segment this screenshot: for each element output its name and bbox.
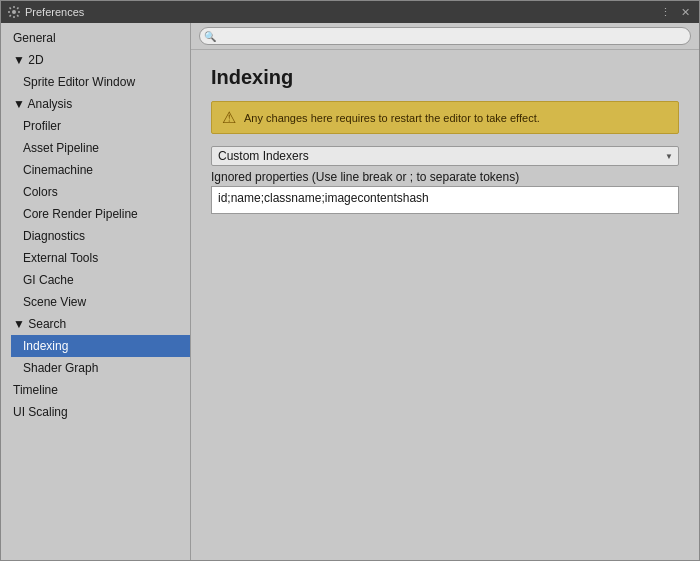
sidebar-item-core-render-pipeline[interactable]: Core Render Pipeline (11, 203, 190, 225)
warning-icon: ⚠ (222, 108, 236, 127)
sidebar-item-gi-cache[interactable]: GI Cache (11, 269, 190, 291)
ignored-properties-input[interactable] (211, 186, 679, 214)
sidebar-item-scene-view[interactable]: Scene View (11, 291, 190, 313)
svg-point-0 (12, 10, 16, 14)
sidebar-item-diagnostics[interactable]: Diagnostics (11, 225, 190, 247)
sidebar-item-2d[interactable]: ▼ 2D (1, 49, 190, 71)
sidebar-item-indexing[interactable]: Indexing (11, 335, 190, 357)
sidebar-item-cinemachine[interactable]: Cinemachine (11, 159, 190, 181)
sidebar-item-sprite-editor-window[interactable]: Sprite Editor Window (11, 71, 190, 93)
warning-box: ⚠ Any changes here requires to restart t… (211, 101, 679, 134)
gear-icon (7, 5, 21, 19)
warning-text: Any changes here requires to restart the… (244, 112, 540, 124)
more-button[interactable]: ⋮ (657, 4, 673, 20)
content-area: Indexing ⚠ Any changes here requires to … (191, 50, 699, 560)
search-icon: 🔍 (204, 31, 216, 42)
custom-indexers-dropdown[interactable]: Custom Indexers (211, 146, 679, 166)
search-input-wrapper: 🔍 (199, 27, 691, 45)
title-bar: Preferences ⋮ ✕ (1, 1, 699, 23)
ignored-properties-label: Ignored properties (Use line break or ; … (211, 170, 679, 184)
sidebar-item-ui-scaling[interactable]: UI Scaling (1, 401, 190, 423)
title-bar-left: Preferences (7, 5, 84, 19)
sidebar-item-profiler[interactable]: Profiler (11, 115, 190, 137)
sidebar-item-asset-pipeline[interactable]: Asset Pipeline (11, 137, 190, 159)
page-title: Indexing (211, 66, 679, 89)
preferences-window: Preferences ⋮ ✕ General▼ 2DSprite Editor… (0, 0, 700, 561)
search-input[interactable] (199, 27, 691, 45)
window-title: Preferences (25, 6, 84, 18)
sidebar-item-external-tools[interactable]: External Tools (11, 247, 190, 269)
sidebar-item-search[interactable]: ▼ Search (1, 313, 190, 335)
search-bar: 🔍 (191, 23, 699, 50)
sidebar-item-colors[interactable]: Colors (11, 181, 190, 203)
sidebar-item-analysis[interactable]: ▼ Analysis (1, 93, 190, 115)
close-button[interactable]: ✕ (677, 4, 693, 20)
main-content: 🔍 Indexing ⚠ Any changes here requires t… (191, 23, 699, 560)
window-body: General▼ 2DSprite Editor Window▼ Analysi… (1, 23, 699, 560)
sidebar-item-timeline[interactable]: Timeline (1, 379, 190, 401)
sidebar: General▼ 2DSprite Editor Window▼ Analysi… (1, 23, 191, 560)
custom-indexers-select[interactable]: Custom Indexers (211, 146, 679, 166)
title-bar-controls: ⋮ ✕ (657, 4, 693, 20)
sidebar-item-shader-graph[interactable]: Shader Graph (11, 357, 190, 379)
sidebar-item-general[interactable]: General (1, 27, 190, 49)
